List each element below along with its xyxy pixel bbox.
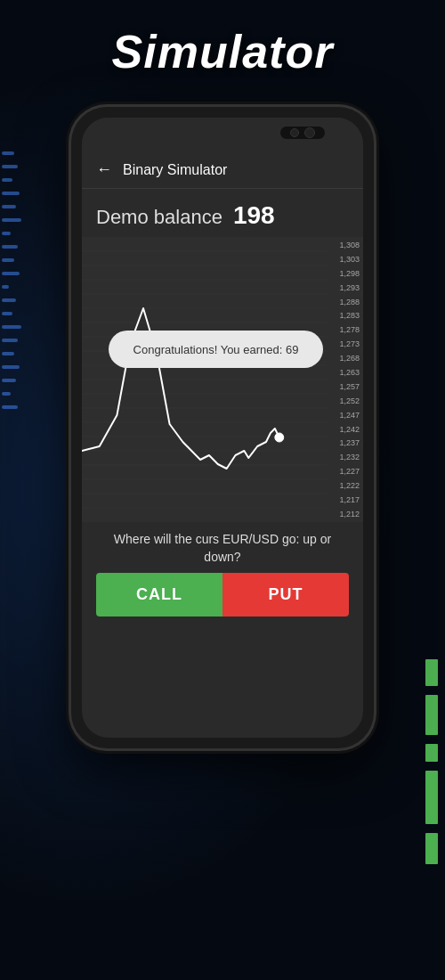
y-axis-label: 1,212 [328, 510, 360, 519]
y-axis-label: 1,257 [328, 382, 360, 391]
y-axis-label: 1,252 [328, 396, 360, 405]
svg-rect-1 [2, 165, 18, 168]
balance-section: Demo balance 198 [82, 189, 363, 237]
y-axis-label: 1,227 [328, 467, 360, 476]
y-axis-label: 1,247 [328, 411, 360, 420]
put-button[interactable]: PUT [222, 573, 349, 617]
y-axis-label: 1,293 [328, 283, 360, 292]
y-axis-label: 1,283 [328, 311, 360, 320]
phone-screen: ← Binary Simulator Demo balance 198 1,30… [82, 118, 363, 738]
svg-rect-17 [2, 379, 16, 382]
y-axis-label: 1,288 [328, 298, 360, 306]
y-axis-label: 1,303 [328, 255, 360, 264]
trade-buttons: CALL PUT [96, 573, 349, 617]
y-axis-label: 1,237 [328, 438, 360, 447]
app-header: ← Binary Simulator [82, 153, 363, 189]
call-button[interactable]: CALL [96, 573, 222, 617]
svg-rect-13 [2, 325, 21, 329]
svg-rect-3 [2, 192, 20, 195]
balance-value: 198 [233, 201, 275, 230]
header-title: Binary Simulator [123, 162, 227, 178]
svg-rect-2 [2, 178, 12, 182]
congrats-text: Congratulations! You earned: 69 [134, 343, 299, 356]
bg-candles-right [418, 641, 445, 909]
svg-rect-6 [2, 232, 11, 235]
y-axis-label: 1,268 [328, 354, 360, 363]
trade-question: Where will the curs EUR/USD go: up or do… [96, 531, 349, 566]
camera-dot-main [304, 127, 315, 138]
y-axis-label: 1,222 [328, 481, 360, 490]
svg-rect-23 [425, 771, 438, 824]
svg-rect-4 [2, 205, 16, 208]
chart-area [82, 237, 328, 522]
svg-rect-11 [2, 298, 16, 302]
back-button[interactable]: ← [96, 160, 112, 179]
svg-rect-15 [2, 352, 14, 355]
svg-rect-19 [2, 405, 18, 409]
bottom-section: Where will the curs EUR/USD go: up or do… [82, 522, 363, 620]
svg-rect-14 [2, 339, 18, 342]
app-title: Simulator [112, 25, 334, 78]
svg-rect-5 [2, 218, 21, 222]
svg-rect-18 [2, 392, 11, 396]
svg-point-44 [275, 433, 284, 442]
y-axis-label: 1,263 [328, 368, 360, 377]
y-axis-label: 1,232 [328, 453, 360, 461]
balance-label: Demo balance [96, 206, 222, 229]
svg-rect-16 [2, 365, 20, 369]
svg-rect-9 [2, 272, 20, 275]
y-axis-label: 1,242 [328, 425, 360, 434]
phone-frame: ← Binary Simulator Demo balance 198 1,30… [71, 107, 374, 748]
svg-rect-21 [425, 695, 438, 735]
svg-rect-0 [2, 151, 14, 155]
y-axis-label: 1,278 [328, 325, 360, 334]
svg-rect-7 [2, 245, 18, 249]
chart-container: 1,3081,3031,2981,2931,2881,2831,2781,273… [82, 237, 363, 522]
y-axis-label: 1,308 [328, 241, 360, 249]
svg-rect-10 [2, 285, 9, 289]
camera-dot-small [290, 128, 299, 137]
chart-svg [82, 237, 328, 522]
y-axis-label: 1,273 [328, 339, 360, 348]
svg-rect-24 [425, 833, 438, 864]
bg-chart-left [0, 134, 53, 490]
y-axis-label: 1,298 [328, 269, 360, 278]
svg-rect-12 [2, 312, 12, 315]
congrats-popup: Congratulations! You earned: 69 [109, 331, 323, 368]
chart-y-axis: 1,3081,3031,2981,2931,2881,2831,2781,273… [328, 237, 360, 522]
svg-rect-22 [425, 744, 438, 762]
svg-rect-8 [2, 258, 14, 262]
y-axis-label: 1,217 [328, 495, 360, 504]
svg-rect-20 [425, 659, 438, 686]
phone-camera [280, 127, 325, 139]
